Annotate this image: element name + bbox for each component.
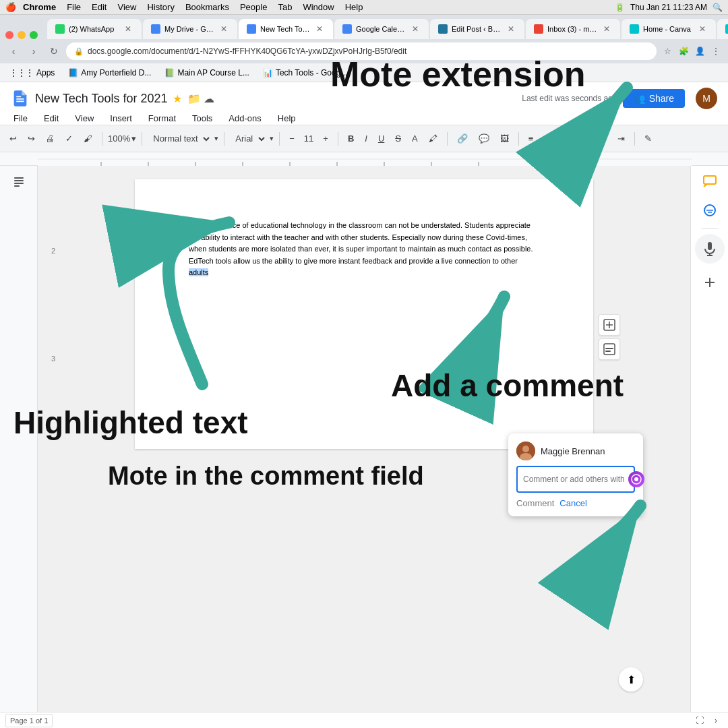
tab-active-docs[interactable]: New Tech Tools ... ✕ <box>239 19 333 39</box>
share-btn[interactable]: 👥 Share <box>623 89 685 108</box>
tab-inbox[interactable]: Inbox (3) - magi... ✕ <box>526 19 620 39</box>
font-dropdown-icon[interactable]: ▾ <box>270 134 274 143</box>
menu-addons[interactable]: Add-ons <box>226 112 264 125</box>
tab-drive-close[interactable]: ✕ <box>218 24 229 34</box>
align-btn[interactable]: ≡ <box>524 129 538 148</box>
list-bullet-btn[interactable]: •≡ <box>576 129 593 148</box>
minimize-window-btn[interactable] <box>18 31 26 39</box>
style-dropdown-icon[interactable]: ▾ <box>214 134 218 143</box>
more-options-btn[interactable]: ⋮ <box>709 44 723 58</box>
text-color-btn[interactable]: A <box>408 129 422 148</box>
font-size-decrease-btn[interactable]: − <box>285 129 299 148</box>
underline-btn[interactable]: U <box>374 129 388 148</box>
menu-file[interactable]: File <box>67 2 81 12</box>
menu-bookmarks[interactable]: Bookmarks <box>185 2 229 12</box>
indent-decrease-btn[interactable]: ⇤ <box>595 129 611 148</box>
menu-view[interactable]: View <box>72 112 96 125</box>
fit-page-btn[interactable]: ⛶ <box>693 714 706 727</box>
profile-btn[interactable]: 👤 <box>693 44 706 58</box>
bold-btn[interactable]: B <box>344 129 358 148</box>
line-spacing-btn[interactable]: ↕ <box>540 129 553 148</box>
edit-mode-btn[interactable]: ✎ <box>640 129 656 148</box>
menu-people[interactable]: People <box>240 2 267 12</box>
tab-editpost-close[interactable]: ✕ <box>506 24 516 34</box>
font-size-increase-btn[interactable]: + <box>319 129 332 148</box>
maximize-window-btn[interactable] <box>30 31 38 39</box>
link-btn[interactable]: 🔗 <box>453 129 472 148</box>
tab-canva-design[interactable]: Untitled design ... ✕ <box>717 19 728 39</box>
amy-bookmark[interactable]: 📘 Amy Porterfield D... <box>64 67 155 79</box>
main-ap-bookmark[interactable]: 📗 Main AP Course L... <box>160 67 253 79</box>
indent-increase-btn[interactable]: ⇥ <box>613 129 629 148</box>
print-btn[interactable]: 🖨 <box>42 129 59 148</box>
comment-cancel-btn[interactable]: Cancel <box>559 498 586 508</box>
url-input[interactable]: 🔒 docs.google.com/document/d/1-N2YwS-fFF… <box>66 42 657 60</box>
zoom-dropdown-icon[interactable]: ▾ <box>131 133 136 144</box>
menu-history[interactable]: History <box>147 2 174 12</box>
page-count-btn[interactable]: Page 1 of 1 <box>5 714 53 727</box>
microphone-icon[interactable] <box>695 234 725 264</box>
edit-inline-btn[interactable] <box>599 338 620 360</box>
user-avatar[interactable]: M <box>696 88 717 109</box>
italic-btn[interactable]: I <box>361 129 371 148</box>
close-window-btn[interactable] <box>5 31 13 39</box>
menu-chrome[interactable]: Chrome <box>23 2 56 12</box>
scroll-to-top-btn[interactable]: ⬆ <box>619 667 643 692</box>
tab-whatsapp-close[interactable]: ✕ <box>123 24 133 34</box>
strikethrough-btn[interactable]: S <box>391 129 405 148</box>
tech-tools-bookmark[interactable]: 📊 Tech Tools - Goog... <box>259 67 352 79</box>
menu-format[interactable]: Format <box>146 112 179 125</box>
redo-btn[interactable]: ↪ <box>24 129 39 148</box>
comment-sidebar-icon[interactable] <box>699 171 721 193</box>
bookmark-star-icon[interactable]: ☆ <box>661 44 674 58</box>
comment-input-row[interactable] <box>516 466 635 493</box>
menu-tab[interactable]: Tab <box>278 2 292 12</box>
star-icon[interactable]: ★ <box>173 92 182 105</box>
tab-editpost[interactable]: Edit Post ‹ Bren... ✕ <box>430 19 524 39</box>
apple-icon[interactable]: 🍎 <box>5 2 16 12</box>
search-icon[interactable]: 🔍 <box>712 3 723 12</box>
image-btn[interactable]: 🖼 <box>496 129 513 148</box>
collapse-sidebar-btn[interactable]: › <box>709 714 723 727</box>
mote-btn[interactable] <box>628 471 644 487</box>
zoom-control[interactable]: 100% ▾ <box>108 133 136 144</box>
add-comment-btn[interactable] <box>599 314 620 336</box>
list-num-btn[interactable]: 1≡ <box>555 129 574 148</box>
reload-btn[interactable]: ↻ <box>46 43 62 59</box>
apps-bookmark[interactable]: ⋮⋮⋮ Apps <box>5 67 59 79</box>
chat-sidebar-icon[interactable] <box>699 201 721 222</box>
outline-icon[interactable] <box>8 171 30 193</box>
tab-inbox-close[interactable]: ✕ <box>601 24 612 34</box>
tab-whatsapp[interactable]: (2) WhatsApp ✕ <box>47 19 142 39</box>
menu-help[interactable]: Help <box>345 2 363 12</box>
undo-btn[interactable]: ↩ <box>5 129 21 148</box>
folder-icon[interactable]: 📁 <box>187 92 201 105</box>
menu-edit[interactable]: Edit <box>92 2 107 12</box>
spell-check-btn[interactable]: ✓ <box>61 129 77 148</box>
back-btn[interactable]: ‹ <box>5 43 22 59</box>
style-select[interactable]: Normal text <box>148 129 212 148</box>
tab-canva-home[interactable]: Home - Canva ✕ <box>621 19 716 39</box>
menu-insert[interactable]: Insert <box>107 112 135 125</box>
doc-title[interactable]: New Tech Tools for 2021 <box>35 92 167 106</box>
menu-file[interactable]: File <box>11 112 30 125</box>
tab-canvahome-close[interactable]: ✕ <box>697 24 708 34</box>
plus-icon[interactable] <box>699 272 721 293</box>
tab-calendar[interactable]: Google Calenda... ✕ <box>334 19 429 39</box>
font-select[interactable]: Arial <box>230 129 267 148</box>
comment-input-field[interactable] <box>523 475 624 484</box>
comment-submit-btn[interactable]: Comment <box>516 498 554 508</box>
menu-tools[interactable]: Tools <box>189 112 215 125</box>
menu-help[interactable]: Help <box>275 112 299 125</box>
menu-edit[interactable]: Edit <box>41 112 61 125</box>
cloud-icon[interactable]: ☁ <box>204 92 214 105</box>
forward-btn[interactable]: › <box>26 43 42 59</box>
extensions-btn[interactable]: 🧩 <box>677 44 690 58</box>
tab-drive[interactable]: My Drive - Goog... ✕ <box>143 19 237 39</box>
tab-docs-close[interactable]: ✕ <box>314 24 325 34</box>
menu-window[interactable]: Window <box>303 2 334 12</box>
docs-document-area[interactable]: 2 3 The importance of educational techno… <box>38 166 690 712</box>
paint-format-btn[interactable]: 🖌 <box>80 129 96 148</box>
menu-view[interactable]: View <box>117 2 136 12</box>
comment-btn[interactable]: 💬 <box>475 129 493 148</box>
